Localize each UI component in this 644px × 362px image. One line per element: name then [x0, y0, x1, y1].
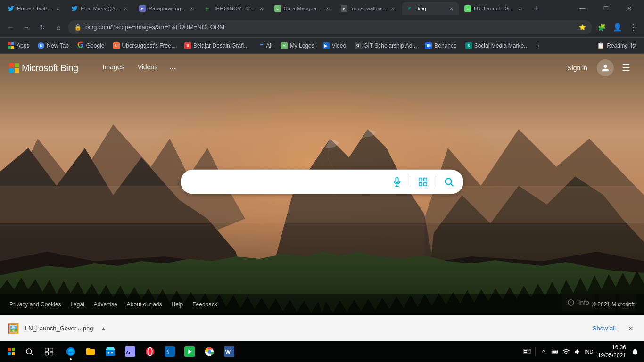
url-bar[interactable]: 🔒 bing.com/?scope=images&nr=1&FORM=NOFOR… — [68, 20, 592, 34]
nav-images[interactable]: Images — [97, 60, 130, 75]
bing-logo-grid — [9, 63, 19, 73]
tab-8-close[interactable]: ✕ — [516, 5, 524, 12]
download-expand-button[interactable]: ▲ — [99, 324, 108, 333]
tray-desktop[interactable] — [523, 347, 531, 356]
taskbar-store[interactable] — [101, 342, 120, 361]
nav-videos[interactable]: Videos — [132, 60, 164, 75]
tab-3-close[interactable]: ✕ — [188, 5, 196, 12]
taskbar-app6[interactable]: 𝕊 — [160, 342, 179, 361]
svg-point-19 — [26, 349, 32, 354]
start-button[interactable] — [3, 343, 20, 360]
svg-text:Ae: Ae — [126, 350, 132, 355]
bing-logo[interactable]: Microsoft Bing — [9, 63, 78, 74]
tab-4-close[interactable]: ✕ — [257, 5, 265, 12]
tab-3[interactable]: P Paraphrasing... ✕ — [135, 2, 199, 15]
taskview-button[interactable] — [40, 342, 58, 361]
bookmark-belajar[interactable]: B Belajar Desain Grafi... — [181, 40, 252, 51]
bookmark-git[interactable]: G GIT Scholarship Ad... — [351, 40, 421, 51]
bing-favicon — [406, 5, 413, 12]
reading-list-button[interactable]: 📋 Reading list — [593, 40, 640, 51]
search-button[interactable] — [442, 175, 456, 189]
tray-chevron[interactable]: ^ — [539, 347, 548, 356]
search-input[interactable] — [188, 177, 386, 187]
minimize-button[interactable]: ― — [571, 2, 593, 15]
tab-6-close[interactable]: ✕ — [389, 5, 396, 12]
tab-1[interactable]: Home / Twitt... ✕ — [4, 2, 66, 15]
close-button[interactable]: ✕ — [619, 2, 640, 15]
extension-puzzle[interactable]: 🧩 — [595, 21, 608, 34]
taskbar-app7[interactable] — [180, 342, 199, 361]
back-button[interactable]: ← — [4, 21, 17, 34]
win-sq-red — [8, 348, 11, 351]
bookmark-newtab[interactable]: N New Tab — [34, 40, 72, 51]
account-icon[interactable] — [597, 59, 614, 76]
taskbar-clock[interactable]: 16:36 19/05/2021 — [596, 344, 628, 360]
forward-button[interactable]: → — [20, 21, 33, 34]
taskbar-opera[interactable] — [140, 342, 159, 361]
bing-menu-icon[interactable]: ☰ — [618, 59, 635, 76]
tab-7-close[interactable]: ✕ — [447, 5, 455, 12]
tray-network[interactable] — [562, 347, 570, 356]
visual-search-button[interactable] — [416, 175, 430, 189]
bookmark-behance[interactable]: Bē Behance — [421, 40, 460, 51]
bookmark-apps[interactable]: Apps — [4, 40, 33, 51]
tab-5-title: Cara Mengga... — [284, 6, 321, 11]
restore-button[interactable]: ❐ — [595, 2, 617, 15]
taskbar-adobe-ae[interactable]: Ae — [121, 342, 140, 361]
menu-btn[interactable]: ⋮ — [627, 21, 640, 34]
notification-icon[interactable] — [631, 347, 639, 356]
url-text: bing.com/?scope=images&nr=1&FORM=NOFORM — [85, 24, 575, 31]
bookmark-mylogos-label: My Logos — [290, 42, 314, 49]
logo-sq-red — [9, 63, 14, 67]
taskbar-file-explorer[interactable] — [81, 342, 100, 361]
bookmarks-more-button[interactable]: » — [533, 40, 542, 51]
taskbar-search-button[interactable] — [21, 343, 38, 360]
tab-4[interactable]: + IPROINOV - C... ✕ — [201, 2, 268, 15]
tab-8[interactable]: L LN_Launch_G... ✕ — [461, 2, 528, 15]
home-button[interactable]: ⌂ — [52, 21, 65, 34]
footer-help[interactable]: Help — [172, 301, 183, 308]
refresh-button[interactable]: ↻ — [36, 21, 49, 34]
new-tab-button[interactable]: + — [529, 2, 543, 15]
footer-links: Privacy and Cookies Legal Advertise Abou… — [9, 301, 217, 308]
voice-search-button[interactable] — [390, 175, 404, 189]
search-container — [181, 170, 463, 194]
tab-2[interactable]: Elon Musk (@... ✕ — [67, 2, 133, 15]
download-filename: LN_Launch_Gover....png — [25, 325, 93, 332]
tab-6[interactable]: F fungsi wallpa... ✕ — [337, 2, 400, 15]
bookmark-mylogos[interactable]: M My Logos — [277, 40, 318, 51]
taskbar-edge[interactable] — [61, 342, 80, 361]
bookmark-google[interactable]: Google — [74, 40, 108, 51]
tab-2-close[interactable]: ✕ — [122, 5, 130, 12]
tab-7[interactable]: Bing ✕ — [402, 2, 459, 15]
bookmark-video[interactable]: ▶ Video — [319, 40, 350, 51]
footer-about-ads[interactable]: About our ads — [127, 301, 162, 308]
bing-nav: Images Videos ··· — [97, 60, 180, 75]
footer-feedback[interactable]: Feedback — [192, 301, 217, 308]
footer-advertise[interactable]: Advertise — [94, 301, 117, 308]
footer-privacy[interactable]: Privacy and Cookies — [9, 301, 61, 308]
download-bar: 🖼️ LN_Launch_Gover....png ▲ Show all ✕ — [0, 315, 644, 341]
language-indicator[interactable]: IND — [585, 347, 593, 356]
download-close-button[interactable]: ✕ — [625, 323, 636, 334]
bookmark-social[interactable]: S Social Media Marke... — [462, 40, 532, 51]
nav-more-button[interactable]: ··· — [165, 60, 180, 75]
show-all-button[interactable]: Show all — [589, 323, 619, 334]
behance-favicon: Bē — [425, 42, 432, 49]
tab-5[interactable]: C Cara Mengga... ✕ — [271, 2, 335, 15]
bookmark-ubersuggest[interactable]: U Ubersuggest's Free... — [109, 40, 180, 51]
edge-active-dot — [70, 358, 72, 360]
sign-in-button[interactable]: Sign in — [561, 61, 593, 74]
bookmarks-bar: Apps N New Tab Google U Ubersuggest's Fr… — [0, 38, 644, 54]
footer-legal[interactable]: Legal — [70, 301, 84, 308]
bookmark-all[interactable]: All — [253, 40, 276, 51]
taskbar-word[interactable]: W — [220, 342, 239, 361]
tab-5-close[interactable]: ✕ — [324, 5, 331, 12]
tray-battery[interactable] — [551, 347, 559, 356]
taskbar-chrome[interactable] — [200, 342, 219, 361]
tab-1-close[interactable]: ✕ — [54, 5, 62, 12]
svg-rect-21 — [45, 348, 49, 352]
tab-2-title: Elon Musk (@... — [81, 6, 119, 11]
tray-volume[interactable] — [573, 347, 582, 356]
account-btn[interactable]: 👤 — [611, 21, 624, 34]
